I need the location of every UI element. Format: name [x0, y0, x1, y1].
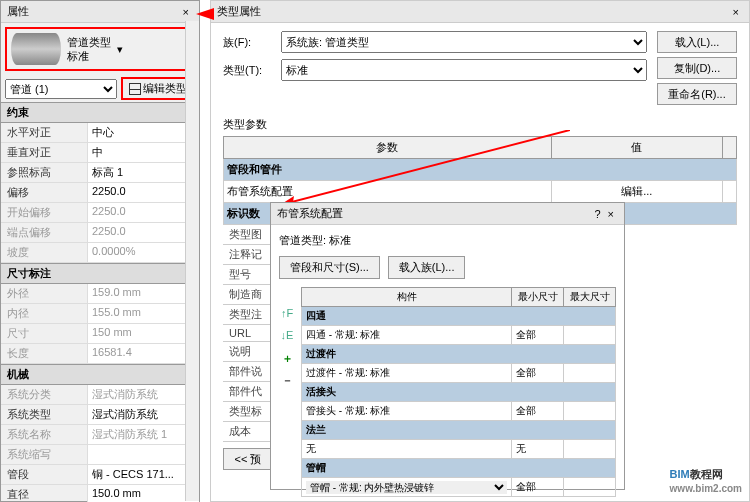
property-row[interactable]: 管段铜 - CECS 171...	[1, 465, 199, 485]
properties-title: 属性	[7, 4, 29, 19]
min-size: 全部	[512, 402, 564, 421]
property-label: 开始偏移	[1, 203, 87, 222]
property-value[interactable]	[87, 445, 199, 464]
property-label: 内径	[1, 304, 87, 323]
component-select[interactable]: 管帽 - 常规: 内外壁热浸镀锌	[302, 478, 512, 497]
property-value[interactable]: 150.0 mm	[87, 485, 199, 502]
instance-selector[interactable]: 管道 (1)	[5, 79, 117, 99]
property-value[interactable]: 155.0 mm	[87, 304, 199, 323]
property-value[interactable]: 16581.4	[87, 344, 199, 363]
preview-button[interactable]: << 预	[223, 448, 273, 470]
property-row[interactable]: 开始偏移2250.0	[1, 203, 199, 223]
property-value[interactable]: 159.0 mm	[87, 284, 199, 303]
property-row[interactable]: 偏移2250.0	[1, 183, 199, 203]
pipe-icon	[11, 33, 61, 65]
max-size	[564, 326, 616, 345]
remove-icon[interactable]: －	[279, 373, 295, 389]
property-row[interactable]: 直径150.0 mm	[1, 485, 199, 502]
pipe-type-label: 管道类型: 标准	[279, 233, 616, 248]
property-value[interactable]: 2250.0	[87, 223, 199, 242]
property-label: 垂直对正	[1, 143, 87, 162]
properties-panel: 属性 × 管道类型 标准 ▾ 管道 (1) 编辑类型 约束水平对正中心垂直对正中…	[0, 0, 200, 502]
param-label: 类型标	[223, 402, 275, 422]
property-value[interactable]: 中	[87, 143, 199, 162]
move-down-icon[interactable]: ↓E	[279, 329, 295, 345]
max-size	[564, 402, 616, 421]
add-icon[interactable]: ＋	[279, 351, 295, 367]
property-value[interactable]: 150 mm	[87, 324, 199, 343]
property-value[interactable]: 湿式消防系统 1	[87, 425, 199, 444]
component-row[interactable]: 无无	[302, 440, 616, 459]
close-icon[interactable]: ×	[179, 6, 193, 18]
property-row[interactable]: 坡度0.0000%	[1, 243, 199, 263]
routing-header: 布管系统配置 ? ×	[271, 203, 624, 225]
property-row[interactable]: 系统名称湿式消防系统 1	[1, 425, 199, 445]
scrollbar[interactable]	[185, 21, 199, 501]
edit-type-button[interactable]: 编辑类型	[121, 77, 195, 100]
property-label: 偏移	[1, 183, 87, 202]
property-label: 系统分类	[1, 385, 87, 404]
load-family-button[interactable]: 载入族(L)...	[388, 256, 466, 279]
param-label: URL	[223, 325, 275, 342]
property-row[interactable]: 参照标高标高 1	[1, 163, 199, 183]
help-icon[interactable]: ?	[594, 208, 600, 220]
type-selector[interactable]: 管道类型 标准 ▾	[5, 27, 195, 71]
max-size[interactable]	[564, 478, 616, 497]
component-name: 管接头 - 常规: 标准	[302, 402, 512, 421]
property-label: 外径	[1, 284, 87, 303]
component-row[interactable]: 四通 - 常规: 标准全部	[302, 326, 616, 345]
property-label: 系统名称	[1, 425, 87, 444]
move-up-icon[interactable]: ↑F	[279, 307, 295, 323]
routing-pref-edit-button[interactable]: 编辑...	[551, 181, 722, 203]
duplicate-button[interactable]: 复制(D)...	[657, 57, 737, 79]
callout-arrow-icon	[280, 130, 570, 205]
component-row[interactable]: 过渡件 - 常规: 标准全部	[302, 364, 616, 383]
component-name: 无	[302, 440, 512, 459]
property-row[interactable]: 垂直对正中	[1, 143, 199, 163]
chevron-down-icon[interactable]: ▾	[117, 43, 123, 56]
segments-sizes-button[interactable]: 管段和尺寸(S)...	[279, 256, 380, 279]
param-label: 制造商	[223, 285, 275, 305]
property-row[interactable]: 内径155.0 mm	[1, 304, 199, 324]
property-value[interactable]: 标高 1	[87, 163, 199, 182]
type-label: 类型(T):	[223, 63, 273, 78]
routing-prefs-dialog: 布管系统配置 ? × 管道类型: 标准 管段和尺寸(S)... 载入族(L)..…	[270, 202, 625, 490]
type-text: 管道类型 标准	[67, 35, 111, 63]
property-value[interactable]: 湿式消防系统	[87, 385, 199, 404]
param-label: 类型注	[223, 305, 275, 325]
section-header: 约束	[1, 102, 199, 123]
property-row[interactable]: 系统缩写	[1, 445, 199, 465]
min-size[interactable]: 全部	[512, 478, 564, 497]
min-size: 全部	[512, 364, 564, 383]
param-label: 型号	[223, 265, 275, 285]
property-value[interactable]: 湿式消防系统	[87, 405, 199, 424]
close-icon[interactable]: ×	[604, 208, 618, 220]
component-name: 四通 - 常规: 标准	[302, 326, 512, 345]
type-select[interactable]: 标准	[281, 59, 647, 81]
family-label: 族(F):	[223, 35, 273, 50]
section-header: 尺寸标注	[1, 263, 199, 284]
load-button[interactable]: 载入(L)...	[657, 31, 737, 53]
type-properties-title: 类型属性	[217, 4, 261, 19]
property-label: 端点偏移	[1, 223, 87, 242]
close-icon[interactable]: ×	[729, 6, 743, 18]
property-row[interactable]: 端点偏移2250.0	[1, 223, 199, 243]
property-value[interactable]: 0.0000%	[87, 243, 199, 262]
property-row[interactable]: 水平对正中心	[1, 123, 199, 143]
component-row[interactable]: 管帽 - 常规: 内外壁热浸镀锌全部	[302, 478, 616, 497]
property-value[interactable]: 2250.0	[87, 203, 199, 222]
property-row[interactable]: 外径159.0 mm	[1, 284, 199, 304]
property-value[interactable]: 中心	[87, 123, 199, 142]
property-value[interactable]: 2250.0	[87, 183, 199, 202]
property-row[interactable]: 系统类型湿式消防系统	[1, 405, 199, 425]
property-row[interactable]: 长度16581.4	[1, 344, 199, 364]
property-value[interactable]: 铜 - CECS 171...	[87, 465, 199, 484]
rename-button[interactable]: 重命名(R)...	[657, 83, 737, 105]
svg-line-0	[280, 130, 570, 205]
component-row[interactable]: 管接头 - 常规: 标准全部	[302, 402, 616, 421]
property-row[interactable]: 尺寸150 mm	[1, 324, 199, 344]
family-select[interactable]: 系统族: 管道类型	[281, 31, 647, 53]
property-label: 系统缩写	[1, 445, 87, 464]
min-size: 全部	[512, 326, 564, 345]
property-row[interactable]: 系统分类湿式消防系统	[1, 385, 199, 405]
